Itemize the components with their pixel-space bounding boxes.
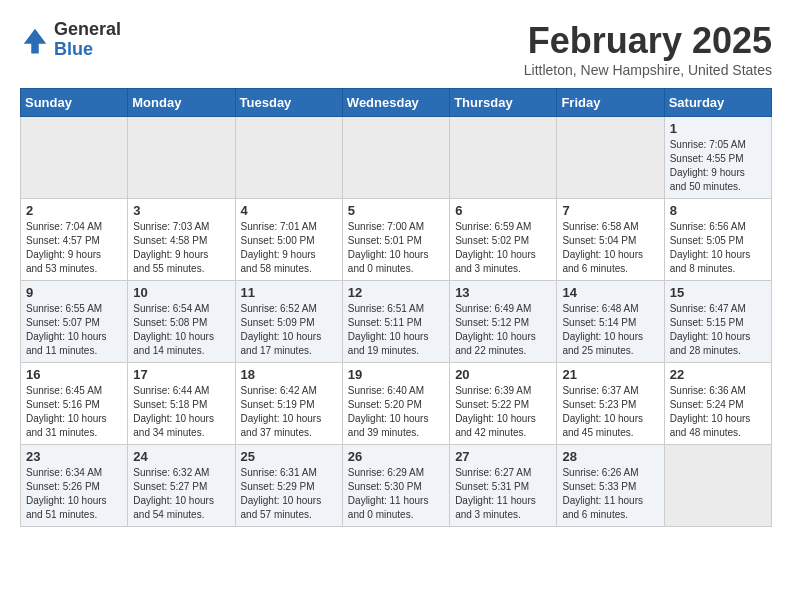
location-title: Littleton, New Hampshire, United States [524,62,772,78]
title-area: February 2025 Littleton, New Hampshire, … [524,20,772,78]
calendar-cell: 5Sunrise: 7:00 AM Sunset: 5:01 PM Daylig… [342,199,449,281]
day-number: 20 [455,367,551,382]
day-number: 28 [562,449,658,464]
calendar-cell: 10Sunrise: 6:54 AM Sunset: 5:08 PM Dayli… [128,281,235,363]
day-number: 8 [670,203,766,218]
calendar-cell: 20Sunrise: 6:39 AM Sunset: 5:22 PM Dayli… [450,363,557,445]
day-number: 19 [348,367,444,382]
day-number: 5 [348,203,444,218]
day-number: 21 [562,367,658,382]
day-info: Sunrise: 6:31 AM Sunset: 5:29 PM Dayligh… [241,466,337,522]
day-number: 1 [670,121,766,136]
day-number: 7 [562,203,658,218]
calendar-cell: 16Sunrise: 6:45 AM Sunset: 5:16 PM Dayli… [21,363,128,445]
calendar-cell: 7Sunrise: 6:58 AM Sunset: 5:04 PM Daylig… [557,199,664,281]
calendar-table: SundayMondayTuesdayWednesdayThursdayFrid… [20,88,772,527]
day-info: Sunrise: 6:44 AM Sunset: 5:18 PM Dayligh… [133,384,229,440]
day-info: Sunrise: 6:55 AM Sunset: 5:07 PM Dayligh… [26,302,122,358]
weekday-header-saturday: Saturday [664,89,771,117]
weekday-header-row: SundayMondayTuesdayWednesdayThursdayFrid… [21,89,772,117]
calendar-cell [664,445,771,527]
weekday-header-wednesday: Wednesday [342,89,449,117]
calendar-week-row: 2Sunrise: 7:04 AM Sunset: 4:57 PM Daylig… [21,199,772,281]
day-number: 10 [133,285,229,300]
day-info: Sunrise: 6:58 AM Sunset: 5:04 PM Dayligh… [562,220,658,276]
day-info: Sunrise: 6:52 AM Sunset: 5:09 PM Dayligh… [241,302,337,358]
calendar-week-row: 23Sunrise: 6:34 AM Sunset: 5:26 PM Dayli… [21,445,772,527]
calendar-cell [557,117,664,199]
day-info: Sunrise: 6:26 AM Sunset: 5:33 PM Dayligh… [562,466,658,522]
calendar-cell [235,117,342,199]
weekday-header-tuesday: Tuesday [235,89,342,117]
calendar-cell: 22Sunrise: 6:36 AM Sunset: 5:24 PM Dayli… [664,363,771,445]
day-number: 24 [133,449,229,464]
calendar-cell [450,117,557,199]
day-info: Sunrise: 6:40 AM Sunset: 5:20 PM Dayligh… [348,384,444,440]
day-info: Sunrise: 6:27 AM Sunset: 5:31 PM Dayligh… [455,466,551,522]
calendar-cell: 24Sunrise: 6:32 AM Sunset: 5:27 PM Dayli… [128,445,235,527]
calendar-cell: 9Sunrise: 6:55 AM Sunset: 5:07 PM Daylig… [21,281,128,363]
calendar-cell: 15Sunrise: 6:47 AM Sunset: 5:15 PM Dayli… [664,281,771,363]
calendar-cell: 1Sunrise: 7:05 AM Sunset: 4:55 PM Daylig… [664,117,771,199]
calendar-cell: 11Sunrise: 6:52 AM Sunset: 5:09 PM Dayli… [235,281,342,363]
day-number: 17 [133,367,229,382]
day-info: Sunrise: 6:37 AM Sunset: 5:23 PM Dayligh… [562,384,658,440]
day-info: Sunrise: 6:42 AM Sunset: 5:19 PM Dayligh… [241,384,337,440]
day-info: Sunrise: 6:49 AM Sunset: 5:12 PM Dayligh… [455,302,551,358]
day-info: Sunrise: 6:54 AM Sunset: 5:08 PM Dayligh… [133,302,229,358]
svg-marker-0 [24,29,47,54]
calendar-cell: 23Sunrise: 6:34 AM Sunset: 5:26 PM Dayli… [21,445,128,527]
calendar-cell [21,117,128,199]
calendar-cell: 3Sunrise: 7:03 AM Sunset: 4:58 PM Daylig… [128,199,235,281]
calendar-cell: 13Sunrise: 6:49 AM Sunset: 5:12 PM Dayli… [450,281,557,363]
day-info: Sunrise: 6:51 AM Sunset: 5:11 PM Dayligh… [348,302,444,358]
calendar-week-row: 9Sunrise: 6:55 AM Sunset: 5:07 PM Daylig… [21,281,772,363]
day-info: Sunrise: 6:32 AM Sunset: 5:27 PM Dayligh… [133,466,229,522]
day-info: Sunrise: 7:01 AM Sunset: 5:00 PM Dayligh… [241,220,337,276]
calendar-cell: 21Sunrise: 6:37 AM Sunset: 5:23 PM Dayli… [557,363,664,445]
day-number: 15 [670,285,766,300]
day-info: Sunrise: 6:56 AM Sunset: 5:05 PM Dayligh… [670,220,766,276]
day-number: 14 [562,285,658,300]
day-info: Sunrise: 6:59 AM Sunset: 5:02 PM Dayligh… [455,220,551,276]
day-number: 9 [26,285,122,300]
logo-blue-text: Blue [54,40,121,60]
day-number: 27 [455,449,551,464]
calendar-cell [342,117,449,199]
weekday-header-sunday: Sunday [21,89,128,117]
day-number: 3 [133,203,229,218]
day-number: 6 [455,203,551,218]
day-number: 22 [670,367,766,382]
logo: General Blue [20,20,121,60]
day-number: 26 [348,449,444,464]
calendar-cell: 19Sunrise: 6:40 AM Sunset: 5:20 PM Dayli… [342,363,449,445]
day-info: Sunrise: 7:05 AM Sunset: 4:55 PM Dayligh… [670,138,766,194]
weekday-header-friday: Friday [557,89,664,117]
calendar-cell: 17Sunrise: 6:44 AM Sunset: 5:18 PM Dayli… [128,363,235,445]
day-info: Sunrise: 6:45 AM Sunset: 5:16 PM Dayligh… [26,384,122,440]
calendar-cell: 2Sunrise: 7:04 AM Sunset: 4:57 PM Daylig… [21,199,128,281]
calendar-cell: 28Sunrise: 6:26 AM Sunset: 5:33 PM Dayli… [557,445,664,527]
calendar-cell: 8Sunrise: 6:56 AM Sunset: 5:05 PM Daylig… [664,199,771,281]
day-number: 11 [241,285,337,300]
day-number: 2 [26,203,122,218]
logo-icon [20,25,50,55]
day-info: Sunrise: 6:47 AM Sunset: 5:15 PM Dayligh… [670,302,766,358]
day-info: Sunrise: 6:36 AM Sunset: 5:24 PM Dayligh… [670,384,766,440]
calendar-cell: 26Sunrise: 6:29 AM Sunset: 5:30 PM Dayli… [342,445,449,527]
day-info: Sunrise: 6:29 AM Sunset: 5:30 PM Dayligh… [348,466,444,522]
calendar-cell: 27Sunrise: 6:27 AM Sunset: 5:31 PM Dayli… [450,445,557,527]
day-number: 13 [455,285,551,300]
month-title: February 2025 [524,20,772,62]
weekday-header-thursday: Thursday [450,89,557,117]
calendar-cell: 25Sunrise: 6:31 AM Sunset: 5:29 PM Dayli… [235,445,342,527]
day-number: 4 [241,203,337,218]
day-info: Sunrise: 7:03 AM Sunset: 4:58 PM Dayligh… [133,220,229,276]
day-number: 18 [241,367,337,382]
day-info: Sunrise: 6:48 AM Sunset: 5:14 PM Dayligh… [562,302,658,358]
page-header: General Blue February 2025 Littleton, Ne… [20,20,772,78]
day-info: Sunrise: 6:39 AM Sunset: 5:22 PM Dayligh… [455,384,551,440]
calendar-week-row: 1Sunrise: 7:05 AM Sunset: 4:55 PM Daylig… [21,117,772,199]
calendar-week-row: 16Sunrise: 6:45 AM Sunset: 5:16 PM Dayli… [21,363,772,445]
calendar-cell: 4Sunrise: 7:01 AM Sunset: 5:00 PM Daylig… [235,199,342,281]
